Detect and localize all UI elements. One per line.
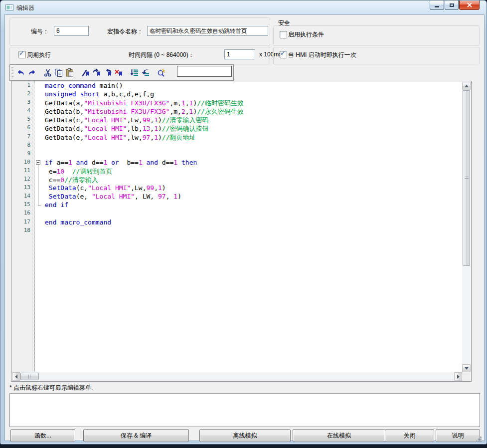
code-line[interactable]: 3GetData(a,"Mitsubishi FX3U/FX3G",m,1,1)… xyxy=(11,99,462,107)
code-line[interactable]: 11 e=10 //调转到首页 xyxy=(11,167,462,176)
code-line[interactable]: 7GetData(e,"Local HMI",lw,97,1)//翻页地址 xyxy=(11,133,462,142)
app-icon xyxy=(5,4,13,11)
exec-condition-label: 启用执行条件 xyxy=(288,30,324,39)
code-line[interactable]: 10if a==1 and d==1 or b==1 and d==1 then xyxy=(11,159,462,167)
undo-button[interactable] xyxy=(15,67,26,78)
code-line[interactable]: 17end macro_command xyxy=(11,219,462,227)
maximize-button[interactable] xyxy=(445,0,459,10)
fold-margin xyxy=(34,210,45,218)
maximize-icon xyxy=(450,3,454,7)
clear-bookmarks-button[interactable] xyxy=(113,67,124,78)
code-line[interactable]: 18 xyxy=(11,227,462,235)
code-line[interactable]: 5GetData(c,"Local HMI",Lw,99,1)//清零输入密码 xyxy=(11,116,462,124)
code-line[interactable]: 8 xyxy=(11,142,462,150)
window-title: 编辑器 xyxy=(16,4,34,12)
code-line[interactable]: 9 xyxy=(11,150,462,159)
code-line[interactable]: 2unsigned short a,b,c,d,e,f,g xyxy=(11,90,462,99)
code-line[interactable]: 12 c==0//清零输入 xyxy=(11,176,462,184)
copy-icon xyxy=(54,68,64,78)
code-line[interactable]: 6GetData(d,"Local HMI",lb,13,1)//密码确认按钮 xyxy=(11,124,462,133)
help-button[interactable]: 说明 xyxy=(436,429,480,442)
code-line[interactable]: 13 SetData(c,"Local HMI",Lw,99,1) xyxy=(11,184,462,193)
fold-margin xyxy=(34,82,45,90)
paste-button[interactable] xyxy=(64,67,75,78)
scroll-down-button[interactable] xyxy=(462,364,471,373)
copy-button[interactable] xyxy=(53,67,64,78)
close-dialog-button[interactable]: 关闭 xyxy=(385,429,434,442)
paste-icon xyxy=(65,68,75,78)
bookmark-list-icon xyxy=(130,68,140,78)
code-editor[interactable]: 1macro_command main()2unsigned short a,b… xyxy=(11,81,472,382)
bookmark-list-button[interactable] xyxy=(129,67,140,78)
arrow-right-icon xyxy=(457,375,460,379)
startup-checkbox[interactable]: ✓ xyxy=(280,51,287,58)
resize-grip[interactable] xyxy=(480,437,482,438)
interval-label: 时间间隔 (0 ~ 864000)： xyxy=(129,51,194,59)
startup-label: 当 HMI 启动时即执行一次 xyxy=(288,51,356,59)
minimize-button[interactable] xyxy=(430,0,444,10)
title-bar[interactable]: 编辑器 xyxy=(0,0,487,14)
offline-simulation-button-label: 离线模拟 xyxy=(233,432,257,440)
line-number: 3 xyxy=(11,99,34,107)
macro-id-input[interactable] xyxy=(54,26,89,36)
offline-simulation-button[interactable]: 离线模拟 xyxy=(199,429,291,442)
code-line[interactable]: 15end if xyxy=(11,201,462,210)
fold-margin xyxy=(34,227,45,235)
next-bookmark-icon xyxy=(92,68,102,78)
message-output-box[interactable] xyxy=(9,393,480,427)
macro-name-input[interactable] xyxy=(147,26,268,36)
code-text: GetData(a,"Mitsubishi FX3U/FX3G",m,1,1)/… xyxy=(45,99,244,107)
find-button[interactable] xyxy=(156,67,167,78)
next-bookmark-button[interactable] xyxy=(91,67,102,78)
cut-button[interactable] xyxy=(42,67,53,78)
online-simulation-button[interactable]: 在线模拟 xyxy=(293,429,385,442)
interval-input[interactable] xyxy=(224,49,255,59)
goto-bookmark-button[interactable] xyxy=(140,67,151,78)
scroll-left-button[interactable] xyxy=(12,372,20,381)
toolbar-grip[interactable] xyxy=(11,67,13,78)
online-simulation-button-label: 在线模拟 xyxy=(327,432,351,440)
vertical-scrollbar[interactable] xyxy=(462,82,471,373)
save-compile-button[interactable]: 保存 & 编译 xyxy=(83,429,189,442)
undo-icon xyxy=(16,68,26,78)
line-number: 10 xyxy=(11,159,34,167)
fold-margin xyxy=(34,159,45,167)
fold-margin xyxy=(34,116,45,124)
code-text: GetData(c,"Local HMI",Lw,99,1)//清零输入密码 xyxy=(45,116,208,124)
redo-button[interactable] xyxy=(26,67,37,78)
line-number: 17 xyxy=(11,219,34,227)
horizontal-scrollbar[interactable] xyxy=(12,372,463,381)
scrollbar-corner xyxy=(462,372,471,381)
fold-margin xyxy=(34,150,45,159)
code-line[interactable]: 4GetData(b,"Mitsubishi FX3U/FX3G",m,2,1)… xyxy=(11,107,462,116)
previous-bookmark-button[interactable] xyxy=(102,67,113,78)
redo-icon xyxy=(27,68,37,78)
code-line[interactable]: 14 SetData(e, "Local HMI", LW, 97, 1) xyxy=(11,193,462,201)
code-text: end if xyxy=(45,201,68,210)
toolbar-search-input[interactable] xyxy=(177,66,232,77)
vertical-scroll-thumb[interactable] xyxy=(463,90,470,266)
line-number: 8 xyxy=(11,142,34,150)
function-button[interactable]: 函数... xyxy=(10,429,75,442)
close-dialog-button-label: 关闭 xyxy=(404,432,416,440)
code-line[interactable]: 16 xyxy=(11,210,462,218)
code-line[interactable]: 1macro_command main() xyxy=(11,82,462,90)
macro-name-label: 宏指令名称： xyxy=(107,27,143,36)
code-text: end macro_command xyxy=(45,219,111,227)
scroll-up-button[interactable] xyxy=(462,82,471,90)
goto-bookmark-icon xyxy=(141,68,151,78)
fold-toggle-icon[interactable] xyxy=(36,160,40,165)
close-button[interactable] xyxy=(459,0,480,10)
arrow-left-icon xyxy=(15,375,17,379)
help-button-label: 说明 xyxy=(452,432,464,440)
toggle-bookmark-button[interactable] xyxy=(80,67,91,78)
horizontal-scroll-thumb[interactable] xyxy=(20,373,39,380)
close-icon xyxy=(467,2,473,7)
fold-margin xyxy=(34,90,45,99)
scroll-right-button[interactable] xyxy=(454,372,463,381)
fold-margin xyxy=(34,184,45,193)
exec-condition-checkbox[interactable]: ✓ xyxy=(280,31,287,38)
periodic-checkbox[interactable]: ✓ xyxy=(18,51,26,58)
fold-margin xyxy=(34,124,45,133)
save-compile-button-label: 保存 & 编译 xyxy=(121,432,152,440)
